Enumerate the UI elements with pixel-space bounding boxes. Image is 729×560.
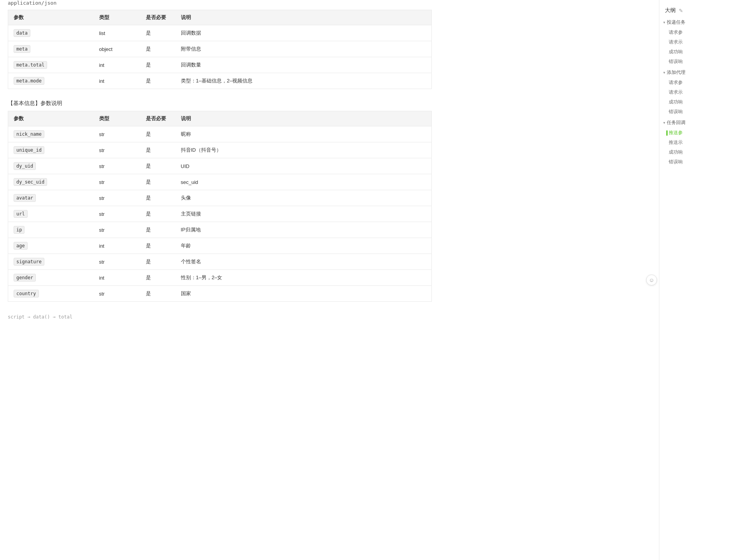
required-cell: 是 (140, 254, 175, 270)
type-cell: str (94, 142, 140, 158)
desc-cell: 类型：1–基础信息，2–视频信息 (175, 73, 432, 89)
desc-cell: 抖音ID（抖音号） (175, 142, 432, 158)
param-code: url (14, 210, 28, 218)
required-cell: 是 (140, 142, 175, 158)
param-cell: dy_uid (8, 158, 94, 174)
chevron-down-icon: ▾ (663, 70, 665, 75)
outline-edit-icon[interactable]: ✎ (679, 8, 683, 14)
sidebar-group-1: ▾添加代理请求参请求示成功响错误响 (659, 67, 729, 117)
desc-cell: 年龄 (175, 238, 432, 254)
required-cell: 是 (140, 206, 175, 222)
required-cell: 是 (140, 222, 175, 238)
bottom-hint: script → data() → total (8, 313, 432, 321)
basic-table-header-type: 类型 (94, 111, 140, 126)
table-row: dy_sec_uid str 是 sec_uid (8, 174, 432, 190)
param-code: dy_sec_uid (14, 178, 47, 186)
sidebar-item-2-3[interactable]: 错误响 (659, 157, 729, 167)
content-type-label: application/json (8, 0, 432, 6)
required-cell: 是 (140, 126, 175, 142)
desc-cell: 头像 (175, 190, 432, 206)
table-row: meta.total int 是 回调数量 (8, 57, 432, 73)
param-code: avatar (14, 194, 36, 202)
right-sidebar: 大纲 ✎ ▾投递任务请求参请求示成功响错误响▾添加代理请求参请求示成功响错误响▾… (659, 0, 729, 560)
basic-table-wrapper: 参数 类型 是否必要 说明 nick_name str 是 昵称 unique_… (8, 111, 432, 313)
sidebar-item-0-1[interactable]: 请求示 (659, 37, 729, 47)
sidebar-groups: ▾投递任务请求参请求示成功响错误响▾添加代理请求参请求示成功响错误响▾任务回调推… (659, 17, 729, 167)
required-cell: 是 (140, 73, 175, 89)
required-cell: 是 (140, 174, 175, 190)
type-cell: str (94, 254, 140, 270)
param-cell: country (8, 286, 94, 302)
desc-cell: UID (175, 158, 432, 174)
type-cell: str (94, 190, 140, 206)
sidebar-group-title-2[interactable]: ▾任务回调 (659, 117, 729, 128)
desc-cell: 个性签名 (175, 254, 432, 270)
top-table-header-param: 参数 (8, 10, 94, 25)
type-cell: str (94, 158, 140, 174)
param-cell: meta.mode (8, 73, 94, 89)
param-cell: meta (8, 41, 94, 57)
table-row: country str 是 国家 (8, 286, 432, 302)
outline-label: 大纲 (665, 7, 676, 14)
basic-table-header-param: 参数 (8, 111, 94, 126)
sidebar-item-1-2[interactable]: 成功响 (659, 97, 729, 107)
desc-cell: 昵称 (175, 126, 432, 142)
sidebar-item-0-0[interactable]: 请求参 (659, 28, 729, 37)
param-cell: data (8, 25, 94, 41)
param-code: nick_name (14, 130, 44, 138)
param-code: country (14, 290, 39, 298)
main-content: application/json 参数 类型 是否必要 说明 data list… (0, 0, 440, 560)
table-row: nick_name str 是 昵称 (8, 126, 432, 142)
basic-table-header-desc: 说明 (175, 111, 432, 126)
required-cell: 是 (140, 190, 175, 206)
param-code: dy_uid (14, 162, 36, 170)
param-code: meta.mode (14, 77, 44, 85)
table-row: age int 是 年龄 (8, 238, 432, 254)
sidebar-item-1-1[interactable]: 请求示 (659, 88, 729, 97)
chevron-down-icon: ▾ (663, 121, 665, 125)
sidebar-item-1-3[interactable]: 错误响 (659, 107, 729, 117)
required-cell: 是 (140, 25, 175, 41)
param-cell: signature (8, 254, 94, 270)
sidebar-group-title-0[interactable]: ▾投递任务 (659, 17, 729, 28)
table-row: signature str 是 个性签名 (8, 254, 432, 270)
param-cell: meta.total (8, 57, 94, 73)
table-row: data list 是 回调数据 (8, 25, 432, 41)
table-row: url str 是 主页链接 (8, 206, 432, 222)
section-title: 【基本信息】参数说明 (8, 100, 432, 107)
sidebar-item-2-0[interactable]: 推送参 (659, 128, 729, 138)
outline-header: 大纲 ✎ (659, 4, 729, 17)
param-cell: dy_sec_uid (8, 174, 94, 190)
type-cell: object (94, 41, 140, 57)
required-cell: 是 (140, 41, 175, 57)
desc-cell: 回调数量 (175, 57, 432, 73)
sidebar-item-2-1[interactable]: 推送示 (659, 138, 729, 147)
chevron-down-icon: ▾ (663, 20, 665, 24)
sidebar-item-1-0[interactable]: 请求参 (659, 78, 729, 88)
param-cell: url (8, 206, 94, 222)
sidebar-item-0-3[interactable]: 错误响 (659, 57, 729, 66)
desc-cell: 主页链接 (175, 206, 432, 222)
desc-cell: 回调数据 (175, 25, 432, 41)
sidebar-item-2-2[interactable]: 成功响 (659, 147, 729, 157)
feedback-button[interactable]: ☺ (646, 275, 657, 285)
desc-cell: IP归属地 (175, 222, 432, 238)
feedback-icon: ☺ (649, 277, 654, 283)
param-cell: ip (8, 222, 94, 238)
table-row: meta object 是 附带信息 (8, 41, 432, 57)
param-cell: gender (8, 270, 94, 286)
param-code: meta.total (14, 61, 47, 69)
param-cell: avatar (8, 190, 94, 206)
sidebar-group-title-1[interactable]: ▾添加代理 (659, 67, 729, 78)
param-code: ip (14, 226, 25, 234)
desc-cell: sec_uid (175, 174, 432, 190)
type-cell: int (94, 73, 140, 89)
required-cell: 是 (140, 158, 175, 174)
desc-cell: 性别：1–男，2–女 (175, 270, 432, 286)
param-code: meta (14, 45, 30, 53)
type-cell: int (94, 270, 140, 286)
type-cell: str (94, 286, 140, 302)
sidebar-item-0-2[interactable]: 成功响 (659, 47, 729, 57)
required-cell: 是 (140, 238, 175, 254)
required-cell: 是 (140, 286, 175, 302)
